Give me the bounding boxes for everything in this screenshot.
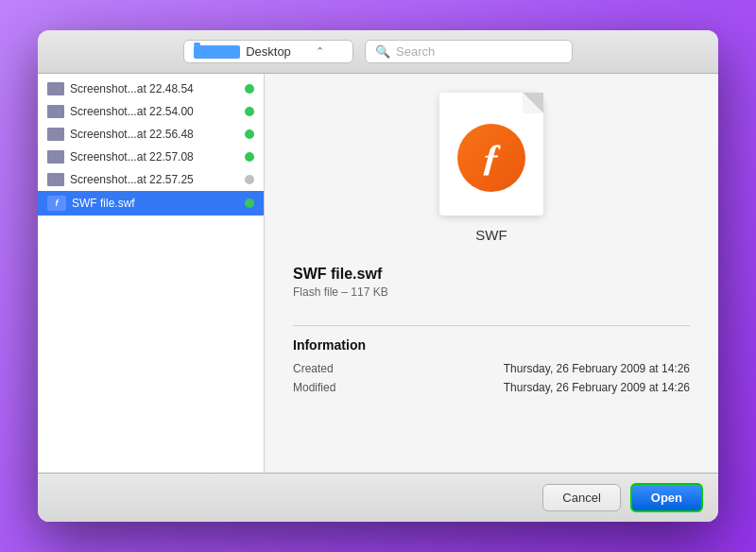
status-badge — [245, 84, 254, 94]
status-badge — [245, 175, 254, 184]
file-title: SWF file.swf — [293, 266, 690, 283]
divider — [293, 325, 690, 326]
toolbar: Desktop ⌃ 🔍 — [38, 30, 718, 74]
file-thumbnail — [47, 82, 64, 95]
search-input[interactable] — [396, 44, 562, 59]
file-thumbnail: f — [47, 196, 66, 211]
document-icon: ƒ — [439, 93, 543, 216]
file-thumbnail — [47, 105, 64, 118]
list-item[interactable]: Screenshot...at 22.54.00 — [38, 100, 264, 123]
search-box[interactable]: 🔍 — [365, 40, 573, 63]
status-badge — [245, 152, 254, 162]
status-badge — [245, 198, 254, 208]
preview-panel: ƒ SWF SWF file.swf Flash file – 117 KB I… — [265, 74, 718, 473]
open-button[interactable]: Open — [630, 483, 703, 512]
created-value: Thursday, 26 February 2009 at 14:26 — [504, 362, 690, 375]
location-picker[interactable]: Desktop ⌃ — [183, 40, 353, 63]
created-row: Created Thursday, 26 February 2009 at 14… — [293, 362, 690, 375]
chevron-down-icon: ⌃ — [297, 45, 343, 58]
list-item[interactable]: Screenshot...at 22.57.08 — [38, 146, 264, 168]
file-name: SWF file.swf — [72, 197, 239, 210]
file-meta: SWF file.swf Flash file – 117 KB — [293, 266, 690, 299]
content-area: Screenshot...at 22.48.54 Screenshot...at… — [38, 74, 718, 473]
file-thumbnail — [47, 173, 64, 186]
info-section-title: Information — [293, 337, 690, 353]
doc-type-label: SWF — [475, 227, 507, 243]
modified-row: Modified Thursday, 26 February 2009 at 1… — [293, 381, 690, 394]
status-badge — [245, 129, 254, 139]
search-icon: 🔍 — [375, 44, 390, 59]
file-name: Screenshot...at 22.57.25 — [70, 173, 239, 186]
info-section: Information Created Thursday, 26 Februar… — [293, 337, 690, 400]
file-thumbnail — [47, 150, 64, 164]
modified-label: Modified — [293, 381, 335, 394]
created-label: Created — [293, 362, 334, 375]
list-item[interactable]: Screenshot...at 22.57.25 — [38, 168, 264, 191]
doc-corner-fold — [523, 93, 543, 113]
file-name: Screenshot...at 22.48.54 — [70, 82, 239, 95]
flash-f-letter: ƒ — [480, 139, 502, 177]
location-label: Desktop — [246, 44, 292, 59]
status-badge — [245, 107, 254, 116]
file-thumbnail — [47, 128, 64, 141]
file-name: Screenshot...at 22.54.00 — [70, 105, 239, 118]
list-item[interactable]: Screenshot...at 22.48.54 — [38, 78, 264, 100]
flash-icon-circle: ƒ — [457, 124, 525, 192]
list-item-selected[interactable]: f SWF file.swf — [38, 191, 264, 216]
doc-body: ƒ — [439, 93, 543, 216]
modified-value: Thursday, 26 February 2009 at 14:26 — [504, 381, 690, 394]
open-file-dialog: Desktop ⌃ 🔍 Screenshot...at 22.48.54 Scr… — [38, 30, 718, 522]
folder-icon — [194, 45, 240, 59]
file-name: Screenshot...at 22.56.48 — [70, 128, 239, 141]
file-name: Screenshot...at 22.57.08 — [70, 150, 239, 164]
file-icon-area: ƒ SWF — [293, 93, 690, 243]
file-list: Screenshot...at 22.48.54 Screenshot...at… — [38, 74, 265, 473]
file-type-size: Flash file – 117 KB — [293, 285, 690, 299]
cancel-button[interactable]: Cancel — [542, 484, 620, 511]
list-item[interactable]: Screenshot...at 22.56.48 — [38, 123, 264, 146]
footer: Cancel Open — [38, 473, 718, 522]
